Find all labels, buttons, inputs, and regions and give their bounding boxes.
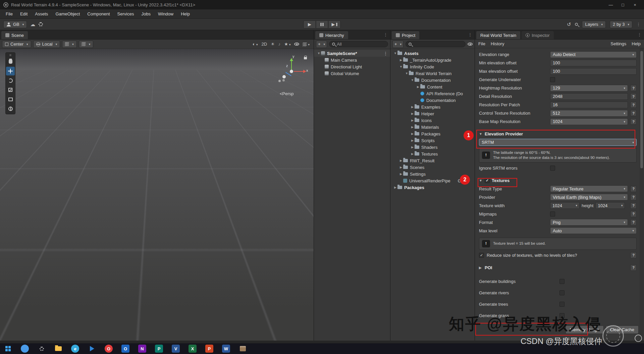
expand-arrow[interactable]: ▶ [410,139,415,142]
menu-jobs[interactable]: Jobs [138,9,154,18]
rwt-menu-file[interactable]: File [478,41,485,46]
hierarchy-search-input[interactable]: All [329,41,388,47]
taskbar-app-blue-circle[interactable] [21,345,29,353]
rwt-menu-history[interactable]: History [491,41,504,46]
menu-window[interactable]: Window [154,9,177,18]
menu-help[interactable]: Help [177,9,194,18]
outlook-icon[interactable]: O [121,345,129,353]
lighting-toggle[interactable]: ☀ [271,42,275,47]
expand-arrow[interactable]: ▶ [410,152,415,156]
textures-enabled-checkbox[interactable]: ✓ [485,178,490,183]
mipmaps-checkbox[interactable] [550,212,555,217]
expand-arrow[interactable]: ▶ [399,166,403,169]
menu-component[interactable]: Component [84,9,113,18]
panel-menu-icon[interactable]: ⋮ [637,32,642,37]
transform-tool-button[interactable] [6,104,15,113]
detail-resolution-field[interactable]: 2048 [550,93,628,100]
orientation-dropdown[interactable]: Local ▾ [33,41,60,48]
expand-arrow[interactable]: ▶ [399,172,403,176]
create-asset-button[interactable]: + ▾ [392,41,404,48]
expand-arrow[interactable]: ▼ [317,52,321,55]
project-item-assets[interactable]: ▼Assets [390,50,475,57]
ignore-srtm-checkbox[interactable] [550,166,555,171]
help-button[interactable]: ? [630,186,637,192]
file-explorer-icon[interactable] [54,345,62,353]
visio-icon[interactable]: V [172,345,180,353]
opera-icon[interactable]: O [105,345,113,353]
expand-arrow[interactable]: ▼ [405,72,409,75]
project-item-textures[interactable]: ▶Textures [390,151,475,157]
gizmos-dropdown[interactable]: ▾ [303,42,310,47]
max-level-dropdown[interactable]: Auto▾ [550,227,637,234]
step-button[interactable]: ▶ [328,20,341,28]
texture-height-combo[interactable]: 1024▾ [595,202,625,209]
perspective-label[interactable]: <Persp [280,91,294,96]
edge-icon[interactable]: e [71,345,79,353]
rwt-menu-help[interactable]: Help [632,41,641,46]
texture-provider-dropdown[interactable]: Virtual Earth (Bing Maps)▾ [550,194,628,200]
layout-dropdown[interactable]: 2 by 3 ▾ [610,21,632,28]
expand-arrow[interactable]: ▼ [399,65,403,68]
x-axis-cone[interactable] [303,70,306,73]
scrollbar-thumb[interactable] [640,51,643,168]
rotate-tool-button[interactable] [6,76,15,85]
project-item-examples[interactable]: ▶Examples [390,104,475,110]
excel-icon[interactable]: X [189,345,197,353]
snap-settings-dropdown[interactable]: ▾ [79,41,94,48]
onenote-icon[interactable]: N [138,345,146,353]
hierarchy-item-main-camera[interactable]: Main Camera [314,57,390,63]
2d-toggle[interactable]: 2D [262,42,267,47]
hierarchy-scene-row[interactable]: ▼ SampleScene* ⋮ [314,50,390,57]
menu-edit[interactable]: Edit [16,9,31,18]
negative-axis-handle[interactable] [282,79,285,81]
project-item-infinity-code[interactable]: ▼Infinity Code [390,63,475,70]
start-button[interactable] [4,345,12,353]
elevation-provider-foldout[interactable]: ▼ Elevation Provider [475,130,644,138]
hand-tool-button[interactable] [6,57,15,66]
expand-arrow[interactable]: ▼ [410,78,415,82]
help-button[interactable]: ? [630,219,637,226]
audio-toggle[interactable]: ♪ [278,42,281,47]
expand-arrow[interactable]: ▶ [410,105,415,109]
heightmap-resolution-dropdown[interactable]: 129▾ [550,85,628,92]
gizmo-center[interactable] [290,70,293,73]
rwt-menu-settings[interactable]: Settings [610,41,626,46]
base-map-resolution-dropdown[interactable]: 1024▾ [550,118,628,125]
help-button[interactable]: ? [630,211,637,217]
powerpoint-icon[interactable]: P [205,345,213,353]
y-axis-cone[interactable] [290,58,293,61]
tab-inspector[interactable]: Inspector [522,31,553,39]
archive-app-icon[interactable] [239,345,247,353]
project-item-scripts[interactable]: ▶Scripts [390,137,475,144]
expand-arrow[interactable]: ▼ [393,52,397,55]
help-button[interactable]: ? [630,93,637,100]
expand-arrow[interactable]: ▶ [410,145,415,149]
generate-underwater-checkbox[interactable] [550,77,555,82]
elevation-range-dropdown[interactable]: Auto Detect▾ [550,51,637,58]
rect-tool-button[interactable] [6,95,15,104]
create-object-button[interactable]: + ▾ [316,41,327,48]
expand-arrow[interactable]: ▶ [410,125,415,129]
expand-arrow[interactable]: ▶ [399,58,403,62]
project-item-documentation-file[interactable]: Documentation [390,97,475,104]
project-item-rwt-result[interactable]: ▶RWT_Result [390,157,475,164]
orientation-gizmo[interactable]: y x z [275,55,307,87]
pause-button[interactable] [316,20,328,28]
word-icon[interactable]: W [222,345,230,353]
services-gear-icon[interactable] [39,22,43,26]
play-button[interactable]: ▶ [304,20,316,28]
expand-arrow[interactable]: ▶ [399,159,403,162]
hierarchy-item-global-volume[interactable]: Global Volume [314,70,390,77]
help-button[interactable]: ? [630,194,637,200]
generate-rivers-checkbox[interactable] [559,290,565,295]
resolution-per-patch-field[interactable]: 16 [550,102,628,108]
help-button[interactable]: ? [630,85,637,91]
effects-dropdown[interactable]: ★▾ [284,42,290,47]
expand-arrow[interactable]: ▶ [416,85,420,88]
pivot-dropdown[interactable]: Center ▾ [2,41,31,48]
expand-arrow[interactable]: ▶ [410,132,415,135]
expand-arrow[interactable]: ▶ [410,119,415,122]
panel-menu-icon[interactable]: ⋮ [468,32,472,37]
inspector-scrollbar[interactable] [640,48,644,341]
generate-buildings-checkbox[interactable] [559,279,565,284]
